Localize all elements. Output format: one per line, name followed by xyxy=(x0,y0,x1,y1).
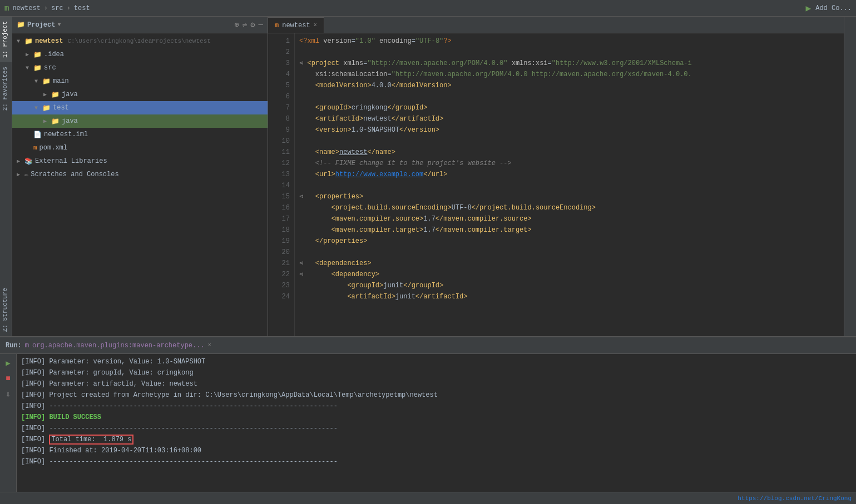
scroll-end-button[interactable]: ⇩ xyxy=(3,388,14,400)
folder-icon: 📁 xyxy=(17,21,25,29)
code-content[interactable]: <?xml version="1.0" encoding="UTF-8"?> ⊲… xyxy=(295,33,844,336)
run-icon[interactable]: ▶ xyxy=(806,3,812,14)
folder-icon: 📁 xyxy=(51,91,60,99)
console-line: [INFO] Parameter: artifactId, Value: new… xyxy=(21,378,852,390)
equalize-icon[interactable]: ⇌ xyxy=(243,20,247,29)
line-numbers: 12345 678910 1112131415 1617181920 21222… xyxy=(268,33,295,336)
folder-icon: 📁 xyxy=(33,64,42,72)
scope-icon[interactable]: ⊕ xyxy=(234,20,239,29)
right-tabs xyxy=(844,17,856,336)
status-url[interactable]: https://blog.csdn.net/CringKong xyxy=(738,495,852,502)
stop-button[interactable]: ■ xyxy=(3,373,14,384)
arrow-icon: ▶ xyxy=(17,171,22,178)
run-tab-close[interactable]: × xyxy=(208,342,211,348)
tab-close-icon[interactable]: × xyxy=(314,22,317,28)
tree-java-main[interactable]: ▶ 📁 java xyxy=(12,88,268,101)
status-bar: https://blog.csdn.net/CringKong xyxy=(0,492,856,504)
ext-libs-label: External Libraries xyxy=(35,157,107,165)
editor-area: m newtest × 12345 678910 1112131415 1617… xyxy=(268,17,844,336)
bottom-panel: Run: m org.apache.maven.plugins:maven-ar… xyxy=(0,336,856,492)
sep1: › xyxy=(44,4,48,12)
folder-icon: 📁 xyxy=(33,51,42,59)
code-editor: 12345 678910 1112131415 1617181920 21222… xyxy=(268,33,844,336)
sidebar-item-structure[interactable]: Z: Structure xyxy=(0,283,12,336)
scratch-icon: ✏️ xyxy=(24,171,28,179)
bottom-tools: ▶ ■ ⇩ xyxy=(0,354,17,492)
tree-java-test[interactable]: ▶ 📁 java xyxy=(12,114,268,128)
console-line: [INFO] Parameter: groupId, Value: cringk… xyxy=(21,367,852,378)
add-config-button[interactable]: Add Co... xyxy=(815,4,852,12)
tree-root[interactable]: ▼ 📁 newtest C:\Users\cringkong\IdeaProje… xyxy=(12,34,268,48)
console-line: [INFO] ---------------------------------… xyxy=(21,423,852,434)
test-label: test xyxy=(53,104,69,112)
folder-icon: 📁 xyxy=(24,37,33,46)
tab-icon: m xyxy=(275,22,279,29)
left-tabs: 1: Project 2: Favorites Z: Structure xyxy=(0,17,12,336)
tree-scratches[interactable]: ▶ ✏️ Scratches and Consoles xyxy=(12,168,268,181)
chevron-down-icon: ▼ xyxy=(57,22,61,28)
top-bar: m newtest › src › test ▶ Add Co... xyxy=(0,0,856,17)
console-line: [INFO] Finished at: 2019-04-20T11:03:16+… xyxy=(21,445,852,456)
root-name: newtest xyxy=(35,37,63,45)
console-line: [INFO] ---------------------------------… xyxy=(21,401,852,412)
tab-bar: m newtest × xyxy=(268,17,844,33)
sidebar-item-favorites[interactable]: 2: Favorites xyxy=(0,62,12,115)
breadcrumb-test: test xyxy=(74,4,90,12)
panel-title: 📁 Project ▼ xyxy=(17,21,61,29)
java-test-label: java xyxy=(62,117,78,125)
tree-pom[interactable]: ▶ m pom.xml xyxy=(12,141,268,154)
console-line-highlight: [INFO] Total time: 1.879 s xyxy=(21,434,852,445)
folder-icon: 📁 xyxy=(51,117,60,126)
breadcrumb-src: src xyxy=(51,4,63,12)
run-tab[interactable]: Run: m org.apache.maven.plugins:maven-ar… xyxy=(0,337,217,354)
run-tab-icon: m xyxy=(25,342,29,350)
settings-icon[interactable]: ⚙ xyxy=(250,20,255,29)
editor-tab-pom[interactable]: m newtest × xyxy=(268,17,324,33)
tab-name: newtest xyxy=(282,22,310,29)
folder-icon: 📁 xyxy=(42,104,51,112)
sep2: › xyxy=(67,4,71,12)
console-line: [INFO] Project created from Archetype in… xyxy=(21,390,852,401)
arrow-icon: ▶ xyxy=(17,158,22,164)
folder-icon: 📁 xyxy=(42,77,51,86)
project-panel: 📁 Project ▼ ⊕ ⇌ ⚙ — ▼ 📁 newtest C:\Users… xyxy=(12,17,268,336)
arrow-icon: ▶ xyxy=(26,51,31,58)
tree-src[interactable]: ▼ 📁 src xyxy=(12,61,268,74)
arrow-icon: ▼ xyxy=(17,38,22,44)
console-output: [INFO] Parameter: version, Value: 1.0-SN… xyxy=(17,354,856,492)
scratches-label: Scratches and Consoles xyxy=(31,171,118,178)
panel-header: 📁 Project ▼ ⊕ ⇌ ⚙ — xyxy=(12,17,268,33)
app-logo-icon: m xyxy=(4,4,9,13)
run-name: org.apache.maven.plugins:maven-archetype… xyxy=(32,342,205,350)
file-tree: ▼ 📁 newtest C:\Users\cringkong\IdeaProje… xyxy=(12,33,268,336)
src-label: src xyxy=(44,64,56,72)
tree-main[interactable]: ▼ 📁 main xyxy=(12,74,268,88)
tree-idea[interactable]: ▶ 📁 .idea xyxy=(12,48,268,61)
sidebar-item-project[interactable]: 1: Project xyxy=(0,17,12,62)
arrow-icon: ▼ xyxy=(26,65,31,71)
panel-actions: ⊕ ⇌ ⚙ — xyxy=(234,20,263,29)
breadcrumb-area: m newtest › src › test xyxy=(4,4,90,13)
rerun-button[interactable]: ▶ xyxy=(3,357,14,368)
arrow-icon: ▶ xyxy=(43,118,49,124)
minimize-icon[interactable]: — xyxy=(259,20,263,29)
iml-icon: 📄 xyxy=(33,131,42,139)
lib-icon: 📚 xyxy=(24,157,33,166)
xml-icon: m xyxy=(33,144,37,151)
tree-iml[interactable]: ▶ 📄 newtest.iml xyxy=(12,128,268,141)
java-main-label: java xyxy=(62,91,78,98)
panel-title-text: Project xyxy=(27,21,55,29)
tree-ext-libs[interactable]: ▶ 📚 External Libraries xyxy=(12,154,268,168)
arrow-icon: ▼ xyxy=(34,78,40,84)
top-bar-actions: ▶ Add Co... xyxy=(806,3,852,14)
iml-label: newtest.iml xyxy=(44,131,88,138)
tree-test[interactable]: ▼ 📁 test xyxy=(12,101,268,114)
idea-label: .idea xyxy=(44,51,64,58)
run-label: Run: xyxy=(6,342,22,350)
console-line: [INFO] ---------------------------------… xyxy=(21,456,852,467)
pom-label: pom.xml xyxy=(39,144,67,152)
arrow-icon: ▶ xyxy=(43,91,49,98)
main-label: main xyxy=(53,77,69,85)
main-area: 1: Project 2: Favorites Z: Structure 📁 P… xyxy=(0,17,856,336)
arrow-icon: ▼ xyxy=(34,105,40,111)
